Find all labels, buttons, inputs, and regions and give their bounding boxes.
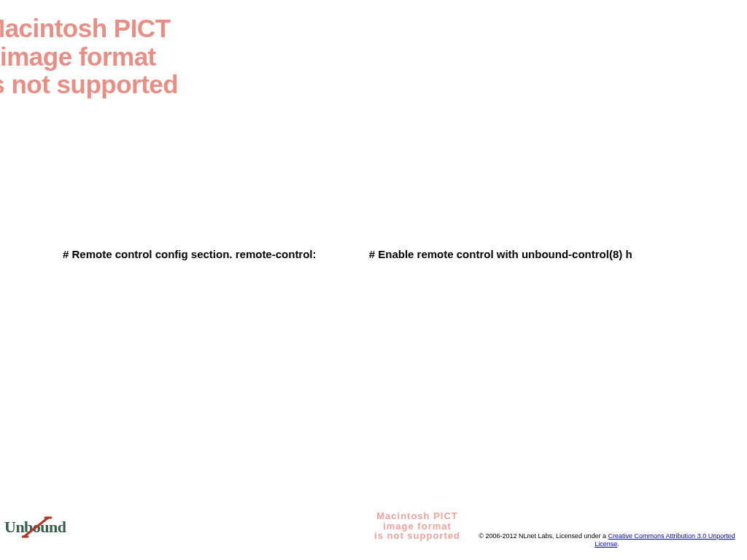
- config-comment-right: # Enable remote control with unbound-con…: [369, 248, 632, 260]
- pict-placeholder-top: Macintosh PICT image format is not suppo…: [0, 15, 178, 99]
- unbound-logo-text: Unbound: [4, 518, 66, 537]
- unbound-logo: Unbound: [4, 516, 92, 542]
- pict-placeholder-line2: image format: [0, 43, 178, 71]
- license-link[interactable]: Creative Commons Attribution 3.0 Unporte…: [595, 532, 735, 548]
- config-comment-left: # Remote control config section. remote-…: [63, 248, 317, 260]
- pict-placeholder-line1: Macintosh PICT: [0, 15, 178, 43]
- license-prefix: © 2006-2012 NLnet Labs, Licensed under a: [479, 532, 608, 540]
- pict-placeholder-line3: is not supported: [0, 71, 178, 99]
- pict-small-line2: image format: [344, 521, 490, 532]
- license-suffix: .: [617, 540, 619, 548]
- pict-small-line1: Macintosh PICT: [344, 511, 490, 521]
- config-comment-row: # Remote control config section. remote-…: [63, 248, 747, 260]
- license-footer: © 2006-2012 NLnet Labs, Licensed under a…: [468, 532, 746, 549]
